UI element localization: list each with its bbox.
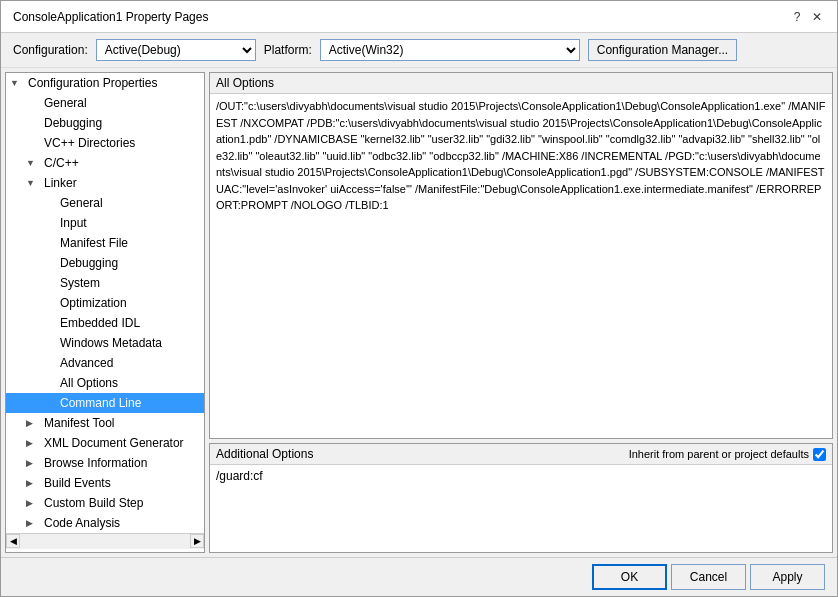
tree-label-vc-dirs: VC++ Directories xyxy=(44,136,200,150)
tree-item-xml-doc-gen[interactable]: ▶XML Document Generator xyxy=(6,433,204,453)
tree-label-xml-doc-gen: XML Document Generator xyxy=(44,436,200,450)
config-label: Configuration: xyxy=(13,43,88,57)
tree-item-debugging[interactable]: Debugging xyxy=(6,113,204,133)
tree-item-linker[interactable]: ▼Linker xyxy=(6,173,204,193)
property-pages-dialog: ConsoleApplication1 Property Pages ? ✕ C… xyxy=(0,0,838,597)
tree-label-config-props: Configuration Properties xyxy=(28,76,200,90)
tree-label-code-analysis: Code Analysis xyxy=(44,516,200,530)
close-button[interactable]: ✕ xyxy=(809,9,825,25)
inherit-checkbox[interactable] xyxy=(813,448,826,461)
tree-item-custom-build[interactable]: ▶Custom Build Step xyxy=(6,493,204,513)
tree-label-windows-metadata: Windows Metadata xyxy=(60,336,200,350)
tree-item-linker-debugging[interactable]: Debugging xyxy=(6,253,204,273)
tree-label-advanced: Advanced xyxy=(60,356,200,370)
tree-label-linker-general: General xyxy=(60,196,200,210)
tree-label-system: System xyxy=(60,276,200,290)
config-manager-button[interactable]: Configuration Manager... xyxy=(588,39,737,61)
tree-item-linker-general[interactable]: General xyxy=(6,193,204,213)
tree-label-optimization: Optimization xyxy=(60,296,200,310)
tree-item-vc-dirs[interactable]: VC++ Directories xyxy=(6,133,204,153)
tree-item-code-analysis[interactable]: ▶Code Analysis xyxy=(6,513,204,533)
inherit-row: Inherit from parent or project defaults xyxy=(629,448,826,461)
tree-label-all-options: All Options xyxy=(60,376,200,390)
tree-label-manifest-file: Manifest File xyxy=(60,236,200,250)
tree-label-linker-debugging: Debugging xyxy=(60,256,200,270)
inherit-label: Inherit from parent or project defaults xyxy=(629,448,809,460)
tree-arrow-custom-build: ▶ xyxy=(26,498,42,508)
main-content: ▼Configuration PropertiesGeneralDebuggin… xyxy=(1,68,837,557)
tree-item-general[interactable]: General xyxy=(6,93,204,113)
scroll-left[interactable]: ◀ xyxy=(6,534,20,548)
platform-label: Platform: xyxy=(264,43,312,57)
additional-options-header: Additional Options xyxy=(216,447,313,461)
all-options-header: All Options xyxy=(210,73,832,94)
additional-options-section: Additional Options Inherit from parent o… xyxy=(209,443,833,553)
tree-label-custom-build: Custom Build Step xyxy=(44,496,200,510)
tree-item-all-options[interactable]: All Options xyxy=(6,373,204,393)
tree-label-build-events: Build Events xyxy=(44,476,200,490)
tree-panel: ▼Configuration PropertiesGeneralDebuggin… xyxy=(5,72,205,553)
tree-item-linker-input[interactable]: Input xyxy=(6,213,204,233)
tree-label-command-line: Command Line xyxy=(60,396,200,410)
tree-arrow-linker: ▼ xyxy=(26,178,42,188)
tree-arrow-config-props: ▼ xyxy=(10,78,26,88)
tree-label-c-cpp: C/C++ xyxy=(44,156,200,170)
dialog-title: ConsoleApplication1 Property Pages xyxy=(13,10,208,24)
tree-arrow-code-analysis: ▶ xyxy=(26,518,42,528)
title-controls: ? ✕ xyxy=(789,9,825,25)
tree-label-linker-input: Input xyxy=(60,216,200,230)
cancel-button[interactable]: Cancel xyxy=(671,564,746,590)
tree-item-advanced[interactable]: Advanced xyxy=(6,353,204,373)
bottom-bar: OK Cancel Apply xyxy=(1,557,837,596)
tree-label-debugging: Debugging xyxy=(44,116,200,130)
title-bar: ConsoleApplication1 Property Pages ? ✕ xyxy=(1,1,837,33)
tree-arrow-c-cpp: ▼ xyxy=(26,158,42,168)
additional-options-textarea[interactable] xyxy=(210,465,832,552)
tree-item-browse-info[interactable]: ▶Browse Information xyxy=(6,453,204,473)
tree-item-config-props[interactable]: ▼Configuration Properties xyxy=(6,73,204,93)
apply-button[interactable]: Apply xyxy=(750,564,825,590)
tree-item-c-cpp[interactable]: ▼C/C++ xyxy=(6,153,204,173)
tree-item-manifest-file[interactable]: Manifest File xyxy=(6,233,204,253)
scroll-right[interactable]: ▶ xyxy=(190,534,204,548)
additional-header-row: Additional Options Inherit from parent o… xyxy=(210,444,832,465)
tree-item-command-line[interactable]: Command Line xyxy=(6,393,204,413)
tree-label-linker: Linker xyxy=(44,176,200,190)
tree-item-system[interactable]: System xyxy=(6,273,204,293)
all-options-section: All Options /OUT:"c:\users\divyabh\docum… xyxy=(209,72,833,439)
tree-arrow-manifest-tool: ▶ xyxy=(26,418,42,428)
config-row: Configuration: Active(Debug) Platform: A… xyxy=(1,33,837,68)
tree-arrow-build-events: ▶ xyxy=(26,478,42,488)
tree-item-manifest-tool[interactable]: ▶Manifest Tool xyxy=(6,413,204,433)
tree-item-build-events[interactable]: ▶Build Events xyxy=(6,473,204,493)
hscroll-track xyxy=(20,534,190,549)
tree-label-browse-info: Browse Information xyxy=(44,456,200,470)
platform-select[interactable]: Active(Win32) xyxy=(320,39,580,61)
all-options-content: /OUT:"c:\users\divyabh\documents\visual … xyxy=(210,94,832,438)
right-panel: All Options /OUT:"c:\users\divyabh\docum… xyxy=(209,72,833,553)
tree-label-manifest-tool: Manifest Tool xyxy=(44,416,200,430)
tree-item-optimization[interactable]: Optimization xyxy=(6,293,204,313)
help-button[interactable]: ? xyxy=(789,9,805,25)
config-select[interactable]: Active(Debug) xyxy=(96,39,256,61)
tree-item-embedded-idl[interactable]: Embedded IDL xyxy=(6,313,204,333)
tree-arrow-xml-doc-gen: ▶ xyxy=(26,438,42,448)
tree-label-embedded-idl: Embedded IDL xyxy=(60,316,200,330)
tree-item-windows-metadata[interactable]: Windows Metadata xyxy=(6,333,204,353)
tree-label-general: General xyxy=(44,96,200,110)
tree-arrow-browse-info: ▶ xyxy=(26,458,42,468)
tree-hscroll[interactable]: ◀▶ xyxy=(6,533,204,549)
ok-button[interactable]: OK xyxy=(592,564,667,590)
